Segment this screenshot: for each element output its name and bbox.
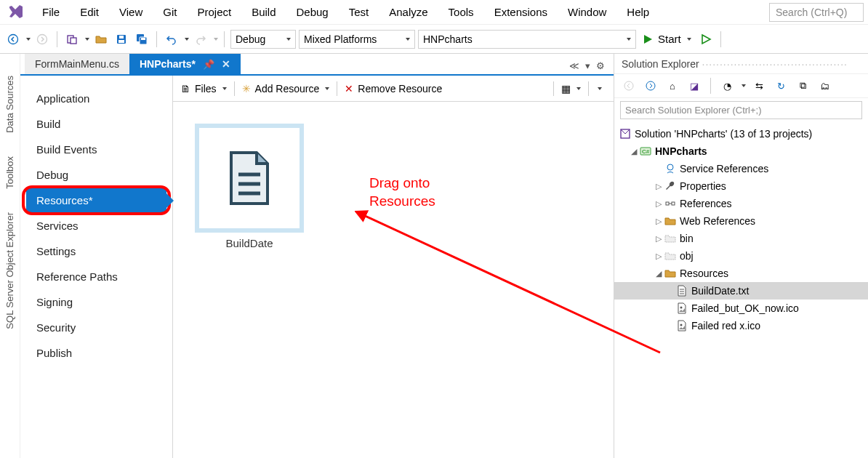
chevron-down-icon[interactable] (26, 38, 31, 41)
menu-item-project[interactable]: Project (187, 1, 241, 23)
tree-file[interactable]: Failed red x.ico (614, 317, 868, 334)
expander-icon[interactable]: ▷ (654, 217, 664, 226)
rail-toolbox[interactable]: Toolbox (4, 150, 15, 195)
close-icon[interactable]: ✕ (222, 58, 230, 70)
svg-rect-6 (118, 40, 124, 43)
scroll-tabs-icon[interactable]: ≪ (569, 60, 579, 71)
chevron-down-icon[interactable] (214, 38, 218, 41)
solution-search-input[interactable]: Search Solution Explorer (Ctrl+;) (620, 101, 862, 119)
solution-platform-combo[interactable]: Mixed Platforms (299, 30, 415, 49)
back-icon[interactable] (620, 77, 638, 95)
active-files-dropdown-icon[interactable]: ▾ (585, 60, 590, 71)
remove-resource-button[interactable]: Remove Resource (358, 83, 442, 95)
expander-icon[interactable]: ◢ (629, 147, 639, 156)
resource-item[interactable]: BuildDate (195, 124, 304, 249)
copy-icon[interactable]: 🗎 (180, 83, 190, 95)
tree-folder[interactable]: ◢Resources (614, 265, 868, 282)
document-tab[interactable]: FormMainMenu.cs (25, 54, 129, 74)
save-all-button[interactable] (133, 31, 150, 48)
rail-data-sources[interactable]: Data Sources (4, 70, 15, 139)
tree-node-label: Properties (680, 180, 726, 192)
tree-file[interactable]: Failed_but_OK_now.ico (614, 300, 868, 317)
start-debugging-button[interactable]: Start (639, 31, 694, 47)
expander-icon[interactable]: ▷ (654, 182, 664, 191)
pin-icon[interactable]: 📌 (203, 59, 214, 70)
save-button[interactable] (113, 31, 130, 48)
tree-folder[interactable]: ▷bin (614, 230, 868, 247)
prop-nav-item[interactable]: Build (26, 111, 166, 137)
chevron-down-icon[interactable] (742, 84, 746, 87)
menu-item-window[interactable]: Window (558, 1, 616, 23)
tree-folder[interactable]: ▷References (614, 195, 868, 212)
refresh-icon[interactable]: ↻ (772, 77, 789, 95)
tree-node-label: BuildDate.txt (691, 285, 749, 297)
access-modifier-dropdown[interactable]: ▦ (561, 83, 571, 95)
new-project-button[interactable] (63, 31, 81, 48)
tree-folder[interactable]: ▷obj (614, 247, 868, 265)
menu-item-test[interactable]: Test (339, 1, 379, 23)
sync-icon[interactable]: ⇆ (750, 77, 768, 95)
document-tab[interactable]: HNPcharts* 📌 ✕ (129, 54, 241, 74)
undo-button[interactable] (163, 31, 180, 48)
menu-item-edit[interactable]: Edit (70, 1, 109, 23)
prop-nav-item[interactable]: Signing (26, 289, 166, 315)
prop-nav-item[interactable]: Resources* (26, 188, 166, 213)
gear-icon[interactable]: ⚙ (596, 60, 605, 71)
project-node[interactable]: ◢ C# HNPcharts (614, 142, 868, 160)
open-file-button[interactable] (92, 31, 110, 48)
menu-item-extensions[interactable]: Extensions (484, 1, 558, 23)
menu-item-analyze[interactable]: Analyze (379, 1, 438, 23)
tree-folder[interactable]: ▷Properties (614, 177, 868, 195)
nav-back-button[interactable] (4, 31, 22, 48)
nav-forward-button[interactable] (33, 31, 51, 48)
show-all-files-icon[interactable]: 🗂 (816, 77, 833, 95)
redo-button[interactable] (192, 31, 209, 48)
menu-item-debug[interactable]: Debug (286, 1, 339, 23)
resource-toolbar: 🗎 Files ✳ Add Resource ✕ Remove Resource… (173, 76, 614, 102)
solution-config-combo[interactable]: Debug (230, 30, 296, 49)
expander-icon[interactable]: ◢ (654, 269, 664, 278)
prop-nav-item[interactable]: Publish (26, 340, 166, 366)
pending-changes-filter-icon[interactable]: ◔ (718, 77, 736, 95)
tree-file[interactable]: BuildDate.txt (614, 282, 868, 300)
menu-item-build[interactable]: Build (241, 1, 286, 23)
new-icon[interactable]: ✳ (242, 83, 251, 95)
add-resource-button[interactable]: Add Resource (255, 83, 320, 95)
collapse-all-icon[interactable]: ⧉ (794, 77, 811, 95)
prop-nav-item[interactable]: Debug (26, 162, 166, 188)
tree-folder[interactable]: ▷Web References (614, 212, 868, 230)
start-without-debug-button[interactable] (697, 31, 715, 48)
expander-icon[interactable]: ▷ (654, 234, 664, 244)
chevron-down-icon[interactable] (325, 87, 329, 90)
folder-icon (664, 267, 677, 280)
forward-icon[interactable] (642, 77, 659, 95)
startup-project-combo[interactable]: HNPcharts (418, 30, 636, 49)
switch-views-icon[interactable]: ◪ (686, 77, 703, 95)
menu-item-file[interactable]: File (32, 1, 70, 23)
remove-icon[interactable]: ✕ (345, 83, 353, 95)
menu-item-view[interactable]: View (109, 1, 153, 23)
quick-search-input[interactable]: Search (Ctrl+Q) (769, 3, 864, 22)
resource-type-dropdown[interactable]: Files (195, 83, 217, 95)
prop-nav-item[interactable]: Services (26, 213, 166, 238)
chevron-down-icon[interactable] (598, 87, 602, 90)
chevron-down-icon[interactable] (222, 87, 227, 90)
expander-icon[interactable]: ▷ (654, 199, 664, 209)
prop-nav-item[interactable]: Application (26, 86, 166, 111)
tree-service[interactable]: Service References (614, 160, 868, 177)
prop-nav-item[interactable]: Security (26, 315, 166, 340)
rail-sql-explorer[interactable]: SQL Server Object Explorer (4, 206, 15, 335)
chevron-down-icon[interactable] (185, 38, 189, 41)
menu-item-help[interactable]: Help (616, 1, 659, 23)
home-icon[interactable]: ⌂ (664, 77, 681, 95)
solution-node[interactable]: Solution 'HNPcharts' (13 of 13 projects) (614, 125, 868, 142)
chevron-down-icon[interactable] (85, 38, 89, 41)
resource-surface[interactable]: BuildDate Drag ontoResources (173, 102, 614, 458)
prop-nav-item[interactable]: Reference Paths (26, 264, 166, 289)
menu-item-tools[interactable]: Tools (438, 1, 484, 23)
prop-nav-item[interactable]: Build Events (26, 137, 166, 162)
chevron-down-icon[interactable] (576, 87, 581, 90)
menu-item-git[interactable]: Git (153, 1, 187, 23)
prop-nav-item[interactable]: Settings (26, 238, 166, 264)
expander-icon[interactable]: ▷ (654, 252, 664, 261)
